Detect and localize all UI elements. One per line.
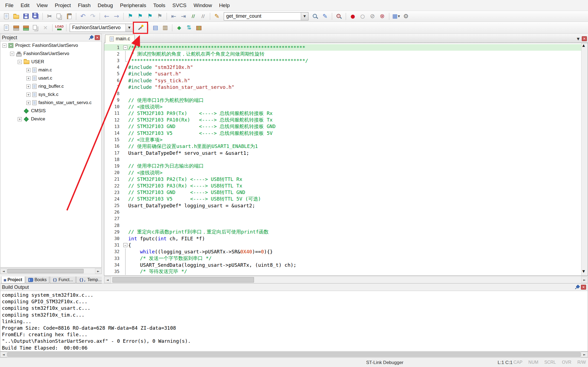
scrollbar-thumb[interactable] (7, 269, 84, 273)
undo-button[interactable]: ↶ (78, 12, 88, 21)
scroll-down-icon[interactable]: ▼ (581, 269, 588, 275)
editor-vertical-scrollbar[interactable]: ▲ ▼ (581, 43, 588, 275)
open-file-button[interactable] (11, 12, 21, 21)
fold-margin[interactable]: − (122, 44, 128, 51)
batch-build-button[interactable] (31, 23, 40, 32)
menu-item-tools[interactable]: Tools (150, 1, 169, 10)
dropdown-caret-icon[interactable]: ▼ (398, 15, 400, 18)
window-list-icon[interactable]: ▼ (577, 37, 580, 41)
debug-windows-button[interactable]: ▦▼ (391, 12, 401, 21)
tree-node-project-root[interactable]: − Project: FashionStarUartServo (0, 41, 102, 50)
fold-margin[interactable]: − (122, 242, 128, 248)
scroll-right-icon[interactable]: ► (581, 352, 588, 357)
kill-all-breakpoints-button[interactable]: ⊘ (368, 12, 377, 21)
redo-button[interactable]: ↷ (88, 12, 97, 21)
menu-item-flash[interactable]: Flash (74, 1, 94, 10)
menu-item-peripherals[interactable]: Peripherals (117, 1, 150, 10)
scroll-left-icon[interactable]: ◄ (104, 277, 111, 283)
find-in-files-button[interactable] (311, 12, 320, 21)
bookmark-clear-all-button[interactable]: ⚑ (155, 12, 164, 21)
target-select-combo[interactable]: ▼ (70, 24, 133, 32)
collapse-icon[interactable]: − (18, 60, 22, 64)
disable-breakpoint-button[interactable]: ○ (358, 12, 367, 21)
scroll-right-icon[interactable]: ► (581, 277, 588, 283)
scroll-up-icon[interactable]: ▲ (581, 43, 588, 50)
load-button[interactable]: LOAD (55, 23, 64, 32)
expand-icon[interactable]: + (26, 68, 30, 72)
project-horizontal-scrollbar[interactable]: ◄ ► (0, 268, 102, 274)
options-for-target-button[interactable] (135, 23, 146, 32)
build-button[interactable] (11, 23, 21, 32)
menu-item-view[interactable]: View (33, 1, 51, 10)
expand-icon[interactable]: + (26, 101, 30, 105)
scroll-left-icon[interactable]: ◄ (0, 352, 7, 357)
close-editor-icon[interactable]: ✕ (582, 36, 587, 41)
expand-icon[interactable]: + (26, 84, 30, 89)
panel-splitter[interactable] (102, 34, 104, 283)
bookmark-next-button[interactable]: ⚑ (145, 12, 155, 21)
build-horizontal-scrollbar[interactable]: ◄ ► (0, 351, 588, 357)
close-icon[interactable]: ✕ (581, 285, 586, 290)
function-search-combo[interactable]: ▼ (224, 12, 308, 20)
pack-installer-button[interactable] (194, 23, 203, 32)
menu-item-window[interactable]: Window (190, 1, 216, 10)
menu-item-help[interactable]: Help (216, 1, 233, 10)
disable-all-breakpoints-button[interactable]: ⊗ (378, 12, 387, 21)
incremental-find-button[interactable]: ✎ (320, 12, 330, 21)
expand-icon[interactable]: + (18, 117, 22, 121)
configure-button[interactable]: ⚙ (401, 12, 411, 21)
collapse-icon[interactable]: − (2, 44, 7, 48)
update-sync-button[interactable]: ⇅ (184, 23, 194, 32)
menu-item-project[interactable]: Project (51, 1, 74, 10)
workspace-button[interactable]: ▥ (161, 23, 170, 32)
tab-templates[interactable]: {},Temp... (76, 277, 104, 283)
tree-node-file[interactable]: +usart.c (0, 74, 102, 82)
insert-breakpoint-button[interactable]: ● (348, 12, 357, 21)
function-search-input[interactable] (224, 13, 301, 20)
manage-rte-button[interactable]: ◆ (174, 23, 184, 32)
collapse-icon[interactable]: − (10, 52, 14, 56)
unindent-button[interactable]: ⇤ (169, 12, 178, 21)
project-tree[interactable]: − Project: FashionStarUartServo − Fashio… (0, 41, 102, 268)
paste-button[interactable] (65, 12, 74, 21)
tree-node-file[interactable]: +ring_buffer.c (0, 82, 102, 90)
menu-item-debug[interactable]: Debug (94, 1, 117, 10)
menu-item-svcs[interactable]: SVCS (169, 1, 190, 10)
tree-node-file[interactable]: +sys_tick.c (0, 90, 102, 99)
translate-button[interactable] (2, 23, 11, 32)
scrollbar-thumb[interactable] (581, 50, 588, 178)
cut-button[interactable]: ✂ (45, 12, 54, 21)
tree-node-target[interactable]: − FashionStarUartServo (0, 50, 102, 58)
indent-button[interactable]: ⇥ (179, 12, 188, 21)
expand-icon[interactable]: + (26, 93, 30, 97)
tree-node-user-group[interactable]: − USER (0, 58, 102, 66)
scroll-right-icon[interactable]: ► (95, 268, 102, 274)
edit-configure-button[interactable]: ✎ (212, 12, 222, 21)
find-button[interactable] (334, 12, 344, 21)
stop-build-button[interactable]: ✕ (41, 23, 50, 32)
tree-node-file[interactable]: +fashion_star_uart_servo.c (0, 99, 102, 107)
rebuild-button[interactable] (21, 23, 30, 32)
scroll-left-icon[interactable]: ◄ (0, 268, 7, 274)
editor-horizontal-scrollbar[interactable]: ◄ ► (104, 276, 588, 283)
menu-item-edit[interactable]: Edit (17, 1, 33, 10)
navigate-forward-button[interactable]: → (112, 12, 121, 21)
bookmark-previous-button[interactable]: ⚑ (136, 12, 145, 21)
expand-icon[interactable]: + (26, 76, 30, 80)
tab-project[interactable]: ▦Project (1, 277, 25, 283)
navigate-back-button[interactable]: ← (102, 12, 111, 21)
tab-main-c[interactable]: main.c (105, 35, 135, 43)
copy-button[interactable] (55, 12, 64, 21)
menu-item-file[interactable]: File (2, 1, 17, 10)
new-file-button[interactable] (2, 12, 11, 21)
pin-icon[interactable] (574, 285, 579, 290)
file-extensions-button[interactable]: ▤ (151, 23, 160, 32)
tree-node-file[interactable]: +main.c (0, 66, 102, 74)
scrollbar-thumb[interactable] (7, 352, 581, 357)
uncomment-selection-button[interactable]: // (198, 12, 208, 21)
save-button[interactable] (21, 12, 30, 21)
combo-dropdown-icon[interactable]: ▼ (301, 13, 308, 20)
tab-books[interactable]: Books (26, 277, 49, 283)
tree-node-cmsis[interactable]: CMSIS (0, 107, 102, 115)
bookmark-toggle-button[interactable]: ⚑ (126, 12, 135, 21)
